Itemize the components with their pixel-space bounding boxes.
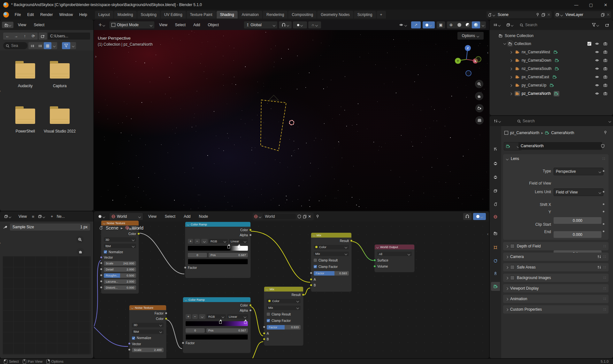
outliner-row-py_CameraUp[interactable]: py_CameraUp xyxy=(490,81,613,89)
socket-roughness-in[interactable] xyxy=(100,274,103,277)
display-vertical-list-button[interactable] xyxy=(28,42,36,49)
path-field[interactable]: C:\Users... xyxy=(48,33,90,40)
menu-render[interactable]: Render xyxy=(37,11,56,18)
display-options-dropdown[interactable] xyxy=(51,42,57,49)
disable-render-icon[interactable] xyxy=(603,50,608,54)
socket-vector-in[interactable] xyxy=(128,342,131,345)
transform-orientation-dropdown[interactable]: ↥Global xyxy=(244,21,278,29)
select-menu[interactable]: Select xyxy=(172,21,189,28)
socket-volume-in[interactable] xyxy=(373,265,376,268)
stop-position-slider[interactable]: Pos0.687 xyxy=(209,253,248,257)
shift-y-field[interactable]: 0.000 xyxy=(554,231,602,238)
node-color-ramp-2[interactable]: Color Ramp Color Alpha + − RGB Linear 0 … xyxy=(183,297,251,353)
expand-icon[interactable] xyxy=(510,93,512,95)
animate-dot[interactable] xyxy=(603,203,604,205)
socket-color-out[interactable] xyxy=(249,229,252,231)
hide-viewport-icon[interactable] xyxy=(595,92,599,95)
filter-options-dropdown[interactable] xyxy=(70,42,76,49)
add-workspace-button[interactable]: + xyxy=(377,11,386,19)
collapse-icon[interactable] xyxy=(187,223,189,225)
nav-forward-button[interactable]: → xyxy=(12,33,20,40)
distortion-slider[interactable]: Distorti...0.000 xyxy=(104,285,136,290)
node-noise-texture-1[interactable]: Noise Texture Factor Color 3D fBM Normal… xyxy=(101,220,139,294)
properties-search-field[interactable]: Search xyxy=(515,118,597,125)
tab-output[interactable] xyxy=(491,173,500,182)
tab-collection[interactable] xyxy=(491,229,500,238)
disable-render-icon[interactable] xyxy=(603,42,608,46)
tab-modeling[interactable]: Modeling xyxy=(114,11,137,19)
socket-surface-in[interactable] xyxy=(373,259,376,262)
scene-name[interactable]: Scene xyxy=(496,12,536,17)
gizmo-axis-y-neg[interactable] xyxy=(475,56,481,62)
lens-panel-header[interactable]: Lens ∷ xyxy=(503,154,609,163)
panel-viewport-display[interactable]: Viewport Display∷ xyxy=(503,284,609,292)
ramp-stop-0[interactable] xyxy=(219,321,222,324)
shield-icon[interactable] xyxy=(601,144,605,148)
area-resize-handle[interactable]: ‹ xyxy=(487,50,488,55)
clamp-factor-checkbox[interactable] xyxy=(314,265,317,268)
folder-label[interactable]: Captura xyxy=(42,84,77,88)
tab-object-data[interactable] xyxy=(491,282,500,291)
panel-safe-areas[interactable]: Safe Areas ∷ xyxy=(503,263,609,271)
options-dropdown[interactable]: Options xyxy=(457,32,484,40)
collapse-icon[interactable] xyxy=(313,234,315,236)
falloff-dropdown[interactable]: ∩ xyxy=(308,21,321,28)
folder-label[interactable]: Visual Studio 2022 xyxy=(42,129,77,133)
copy-icon[interactable] xyxy=(541,13,545,17)
view-layer-name[interactable]: ViewLayer xyxy=(564,12,601,17)
socket-lacunarity-in[interactable] xyxy=(100,280,103,283)
menu-file[interactable]: File xyxy=(11,11,24,18)
factor-slider[interactable]: Factor0.533 xyxy=(267,325,301,330)
noise-type-dropdown[interactable]: fBM xyxy=(104,244,136,248)
hide-viewport-icon[interactable] xyxy=(595,42,599,46)
expand-icon[interactable] xyxy=(510,84,512,87)
data-type-dropdown[interactable]: Color xyxy=(267,299,301,303)
socket-alpha-out[interactable] xyxy=(249,234,252,236)
tab-constraints[interactable] xyxy=(491,269,500,278)
collection-checkbox[interactable] xyxy=(587,42,592,46)
object-name[interactable]: py_CameraUp xyxy=(522,83,546,87)
menu-collapse-icon[interactable]: ≡ xyxy=(32,214,34,219)
socket-scale-in[interactable] xyxy=(100,262,103,264)
eyedropper-icon[interactable] xyxy=(3,225,7,229)
editor-type-dropdown[interactable] xyxy=(2,22,13,28)
properties-options-dropdown[interactable] xyxy=(609,120,611,122)
tab-rendering[interactable]: Rendering xyxy=(263,11,287,19)
tab-compositing[interactable]: Compositing xyxy=(288,11,317,19)
collapse-icon[interactable] xyxy=(377,246,379,248)
animate-dot[interactable] xyxy=(603,170,604,172)
scopes-grid-area[interactable] xyxy=(3,256,91,354)
tab-layout[interactable]: Layout xyxy=(95,11,113,19)
stop-color-swatch[interactable] xyxy=(186,334,248,340)
maximize-button[interactable]: ▢ xyxy=(584,0,598,10)
toolbar-expand-handle[interactable]: › xyxy=(95,54,96,59)
outliner-row-nx_CameraWest[interactable]: nx_CameraWest xyxy=(490,48,613,56)
socket-factor-in[interactable] xyxy=(182,342,184,344)
shift-x-field[interactable]: 0.000 xyxy=(554,217,602,224)
stop-position-slider[interactable]: Pos0.567 xyxy=(206,328,248,333)
socket-a-in[interactable] xyxy=(263,332,265,335)
socket-b-in[interactable] xyxy=(310,284,312,286)
socket-distortion-in[interactable] xyxy=(100,286,103,289)
roughness-slider[interactable]: Roughn...0.500 xyxy=(104,273,136,278)
collapse-icon[interactable] xyxy=(185,299,187,301)
outliner-row-pz_CameraNorth[interactable]: pz_CameraNorth xyxy=(490,90,613,97)
blender-menu-icon[interactable] xyxy=(3,12,9,18)
disable-render-icon[interactable] xyxy=(603,67,608,71)
disable-render-icon[interactable] xyxy=(603,75,608,79)
socket-color-out[interactable] xyxy=(137,232,140,235)
filter-toggle[interactable] xyxy=(62,42,70,49)
shading-dropdown[interactable] xyxy=(480,21,486,28)
noise-type-dropdown[interactable]: fBM xyxy=(132,330,164,334)
mode-dropdown[interactable]: Object Mode xyxy=(109,21,155,29)
collapse-icon[interactable] xyxy=(504,42,506,44)
collapse-icon[interactable] xyxy=(131,307,134,309)
scale-slider[interactable]: Scale2.400 xyxy=(132,348,164,352)
data-type-dropdown[interactable]: Color xyxy=(314,245,349,249)
ramp-stop-0[interactable] xyxy=(227,245,230,249)
panel-custom-properties[interactable]: Custom Properties∷ xyxy=(503,305,609,314)
socket-detail-in[interactable] xyxy=(100,268,103,270)
panel-expand-handle[interactable]: › xyxy=(0,241,1,245)
object-name[interactable]: pz_CameraNorth xyxy=(522,91,551,96)
perspective-toggle-button[interactable] xyxy=(475,116,484,125)
